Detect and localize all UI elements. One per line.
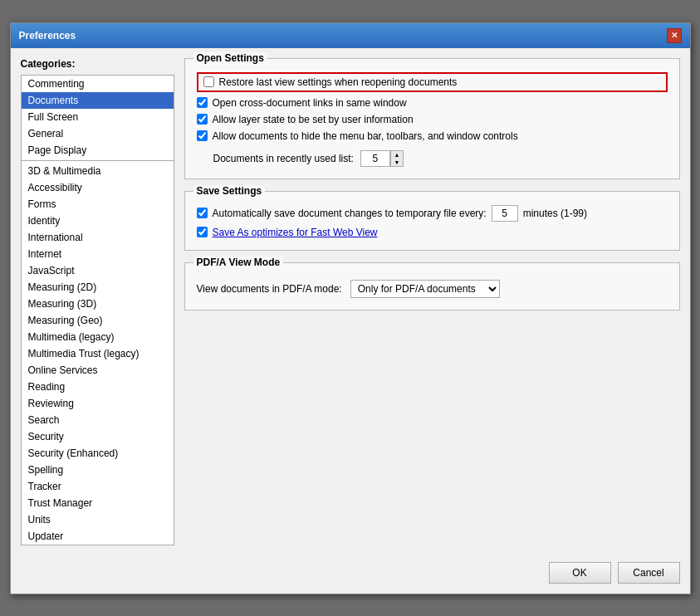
sidebar-item-full-screen[interactable]: Full Screen bbox=[22, 109, 174, 125]
cancel-button[interactable]: Cancel bbox=[618, 562, 680, 584]
sidebar-item-commenting[interactable]: Commenting bbox=[22, 76, 174, 92]
cross-doc-label: Open cross-document links in same window bbox=[213, 97, 407, 109]
pdfa-view-mode-title: PDF/A View Mode bbox=[193, 257, 284, 268]
title-bar-buttons: ✕ bbox=[667, 28, 682, 43]
close-button[interactable]: ✕ bbox=[667, 28, 682, 43]
sidebar-item-multimedia-trust[interactable]: Multimedia Trust (legacy) bbox=[22, 345, 174, 362]
categories-label: Categories: bbox=[21, 58, 174, 70]
fast-web-label: Save As optimizes for Fast Web View bbox=[213, 227, 378, 238]
restore-last-view-label: Restore last view settings when reopenin… bbox=[219, 76, 458, 88]
layer-state-checkbox[interactable] bbox=[197, 114, 208, 125]
auto-save-label: Automatically save document changes to t… bbox=[213, 208, 487, 219]
sidebar-item-multimedia-legacy[interactable]: Multimedia (legacy) bbox=[22, 329, 174, 345]
cross-doc-checkbox[interactable] bbox=[197, 97, 208, 108]
pdfa-mode-select[interactable]: Only for PDF/A documents Never Always bbox=[350, 280, 500, 298]
recent-docs-spinner: ▲ ▼ bbox=[360, 150, 404, 167]
sidebar-item-measuring-3d[interactable]: Measuring (3D) bbox=[22, 296, 174, 312]
dialog-body: Categories: Commenting Documents Full Sc… bbox=[11, 48, 690, 555]
restore-last-view-row: Restore last view settings when reopenin… bbox=[197, 72, 668, 92]
sidebar-item-search[interactable]: Search bbox=[22, 412, 174, 428]
sidebar-item-measuring-geo[interactable]: Measuring (Geo) bbox=[22, 312, 174, 329]
open-settings-section: Open Settings Restore last view settings… bbox=[184, 58, 680, 179]
sidebar-item-documents[interactable]: Documents bbox=[22, 92, 174, 109]
layer-state-row: Allow layer state to be set by user info… bbox=[197, 114, 668, 125]
recent-docs-row: Documents in recently used list: ▲ ▼ bbox=[213, 150, 668, 167]
pdfa-mode-row: View documents in PDF/A mode: Only for P… bbox=[197, 280, 668, 298]
recent-docs-input[interactable] bbox=[360, 150, 390, 167]
recent-docs-decrement[interactable]: ▼ bbox=[391, 159, 403, 166]
fast-web-row: Save As optimizes for Fast Web View bbox=[197, 227, 668, 238]
auto-save-row: Automatically save document changes to t… bbox=[197, 205, 668, 222]
sidebar-item-3d-multimedia[interactable]: 3D & Multimedia bbox=[22, 163, 174, 179]
ok-button[interactable]: OK bbox=[549, 562, 611, 584]
preferences-dialog: Preferences ✕ Categories: Commenting Doc… bbox=[10, 22, 691, 594]
sidebar-item-spelling[interactable]: Spelling bbox=[22, 462, 174, 478]
sidebar-item-javascript[interactable]: JavaScript bbox=[22, 262, 174, 279]
sidebar-item-reviewing[interactable]: Reviewing bbox=[22, 395, 174, 412]
sidebar-item-general[interactable]: General bbox=[22, 125, 174, 142]
sidebar-item-internet[interactable]: Internet bbox=[22, 246, 174, 262]
hide-menu-row: Allow documents to hide the menu bar, to… bbox=[197, 130, 668, 142]
sidebar-item-security[interactable]: Security bbox=[22, 428, 174, 445]
dialog-title: Preferences bbox=[19, 30, 76, 42]
pdfa-view-mode-content: View documents in PDF/A mode: Only for P… bbox=[197, 276, 668, 298]
recent-docs-label: Documents in recently used list: bbox=[213, 153, 354, 164]
sidebar-item-measuring-2d[interactable]: Measuring (2D) bbox=[22, 279, 174, 296]
sidebar-item-page-display[interactable]: Page Display bbox=[22, 142, 174, 159]
left-panel: Categories: Commenting Documents Full Sc… bbox=[21, 58, 174, 545]
sidebar-item-international[interactable]: International bbox=[22, 229, 174, 246]
title-bar: Preferences ✕ bbox=[11, 23, 690, 48]
auto-save-suffix: minutes (1-99) bbox=[523, 208, 587, 219]
pdfa-mode-label: View documents in PDF/A mode: bbox=[197, 283, 342, 295]
sidebar-item-online-services[interactable]: Online Services bbox=[22, 362, 174, 379]
sidebar-item-tracker[interactable]: Tracker bbox=[22, 478, 174, 495]
recent-docs-spinner-buttons: ▲ ▼ bbox=[390, 150, 404, 167]
sidebar-item-identity[interactable]: Identity bbox=[22, 213, 174, 229]
auto-save-input[interactable] bbox=[492, 205, 518, 222]
sidebar-item-forms[interactable]: Forms bbox=[22, 196, 174, 213]
sidebar-item-reading[interactable]: Reading bbox=[22, 379, 174, 395]
dialog-footer: OK Cancel bbox=[11, 555, 690, 594]
pdfa-view-mode-section: PDF/A View Mode View documents in PDF/A … bbox=[184, 262, 680, 310]
category-divider bbox=[22, 160, 174, 161]
save-settings-content: Automatically save document changes to t… bbox=[197, 205, 668, 238]
restore-last-view-checkbox[interactable] bbox=[203, 76, 214, 87]
save-settings-section: Save Settings Automatically save documen… bbox=[184, 191, 680, 251]
recent-docs-increment[interactable]: ▲ bbox=[391, 151, 403, 159]
layer-state-label: Allow layer state to be set by user info… bbox=[213, 114, 414, 125]
hide-menu-label: Allow documents to hide the menu bar, to… bbox=[213, 130, 518, 142]
sidebar-item-units[interactable]: Units bbox=[22, 511, 174, 528]
sidebar-item-accessibility[interactable]: Accessibility bbox=[22, 179, 174, 196]
sidebar-item-trust-manager[interactable]: Trust Manager bbox=[22, 495, 174, 511]
auto-save-checkbox[interactable] bbox=[197, 208, 208, 218]
category-list: Commenting Documents Full Screen General… bbox=[21, 75, 174, 545]
save-settings-title: Save Settings bbox=[193, 185, 266, 197]
hide-menu-checkbox[interactable] bbox=[197, 130, 208, 141]
sidebar-item-security-enhanced[interactable]: Security (Enhanced) bbox=[22, 445, 174, 462]
cross-doc-row: Open cross-document links in same window bbox=[197, 97, 668, 109]
sidebar-item-updater[interactable]: Updater bbox=[22, 528, 174, 545]
fast-web-checkbox[interactable] bbox=[197, 227, 208, 237]
right-panel: Open Settings Restore last view settings… bbox=[184, 58, 680, 545]
open-settings-content: Restore last view settings when reopenin… bbox=[197, 72, 668, 167]
open-settings-title: Open Settings bbox=[193, 52, 267, 64]
